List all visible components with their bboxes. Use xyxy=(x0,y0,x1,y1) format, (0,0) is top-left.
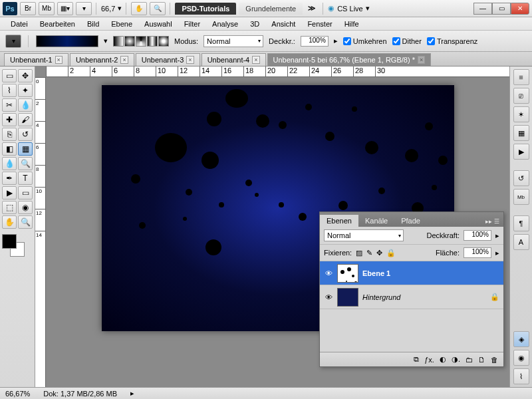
panel-collapse-icon[interactable]: ▸▸ ☰ xyxy=(481,216,503,227)
gradient-preview[interactable] xyxy=(36,35,98,47)
menu-analyse[interactable]: Analyse xyxy=(207,19,243,29)
minibridge-button[interactable]: Mb xyxy=(39,2,55,15)
workspace-more[interactable]: ≫ xyxy=(305,4,319,13)
lock-transparency-icon[interactable]: ▨ xyxy=(356,249,362,257)
adjustment-icon[interactable]: ◑. xyxy=(452,355,460,364)
lock-all-icon[interactable]: 🔒 xyxy=(386,249,396,257)
menu-bearbeiten[interactable]: Bearbeiten xyxy=(35,19,80,29)
eyedropper-tool[interactable]: 💧 xyxy=(18,98,33,112)
layer-row[interactable]: 👁 Hintergrund 🔒 xyxy=(320,285,503,309)
lock-brush-icon[interactable]: ✎ xyxy=(366,249,372,257)
menu-ebene[interactable]: Ebene xyxy=(106,19,138,29)
crop-tool[interactable]: ✂ xyxy=(2,98,17,112)
shape-tool[interactable]: ▭ xyxy=(18,186,33,200)
wand-tool[interactable]: ✦ xyxy=(18,84,33,97)
cslive-button[interactable]: CS Live xyxy=(337,5,363,13)
layer-name[interactable]: Ebene 1 xyxy=(362,269,390,277)
diamond-gradient-icon[interactable] xyxy=(158,36,169,47)
blur-tool[interactable]: 💧 xyxy=(2,157,17,170)
heal-tool[interactable]: ✚ xyxy=(2,113,17,126)
visibility-icon[interactable]: 👁 xyxy=(324,293,333,301)
bridge-button[interactable]: Br xyxy=(20,2,36,15)
status-doc[interactable]: Dok: 1,37 MB/2,86 MB xyxy=(43,390,117,398)
menu-ansicht[interactable]: Ansicht xyxy=(266,19,301,29)
color-swatches[interactable] xyxy=(2,234,26,258)
zoom-level[interactable]: 66,7 xyxy=(101,5,115,13)
panel-icon[interactable]: ▦ xyxy=(513,125,529,141)
menu-fenster[interactable]: Fenster xyxy=(302,19,337,29)
layer-blend-dropdown[interactable]: Normal xyxy=(324,229,404,241)
brush-tool[interactable]: 🖌 xyxy=(18,113,33,126)
tab-pfade[interactable]: Pfade xyxy=(394,215,427,227)
new-layer-icon[interactable]: 🗋 xyxy=(478,356,485,364)
path-select-tool[interactable]: ▶ xyxy=(2,186,17,200)
menu-auswahl[interactable]: Auswahl xyxy=(139,19,178,29)
close-icon[interactable]: × xyxy=(120,56,128,64)
transparency-check[interactable]: Transparenz xyxy=(427,37,477,45)
pen-tool[interactable]: ✒ xyxy=(2,172,17,185)
group-icon[interactable]: 🗀 xyxy=(466,356,473,364)
arrange-button[interactable]: ▦▾ xyxy=(57,2,73,15)
close-icon[interactable]: × xyxy=(186,56,194,64)
panel-icon[interactable]: A xyxy=(513,234,529,250)
radial-gradient-icon[interactable] xyxy=(124,36,135,47)
layers-panel[interactable]: Ebenen Kanäle Pfade ▸▸ ☰ Normal Deckkraf… xyxy=(319,211,504,367)
layer-opacity-input[interactable]: 100% xyxy=(464,230,491,241)
fill-input[interactable]: 100% xyxy=(464,247,491,258)
ruler-horizontal[interactable]: 24681012141618202224262830 xyxy=(46,66,509,77)
close-icon[interactable]: × xyxy=(55,56,63,64)
ruler-vertical[interactable]: 02468101214 xyxy=(35,77,46,387)
panel-icon[interactable]: ✶ xyxy=(513,106,529,122)
zoom-tool[interactable]: 🔍 xyxy=(18,215,33,229)
stamp-tool[interactable]: ⎘ xyxy=(2,128,17,141)
doctab-4[interactable]: Unbenannt-4× xyxy=(201,53,266,66)
history-brush-tool[interactable]: ↺ xyxy=(18,128,33,141)
workspace-tab[interactable]: Grundelemente xyxy=(239,3,303,15)
status-zoom[interactable]: 66,67% xyxy=(5,390,30,398)
angle-gradient-icon[interactable] xyxy=(136,36,146,47)
panel-icon[interactable]: ⎚ xyxy=(513,88,529,104)
zoom-button[interactable]: 🔍 xyxy=(150,2,166,15)
layers-panel-icon[interactable]: ◈ xyxy=(513,331,529,347)
foreground-swatch[interactable] xyxy=(2,234,17,249)
gradient-tool[interactable]: ▦ xyxy=(18,142,33,156)
menu-datei[interactable]: Datei xyxy=(5,19,33,29)
doctab-3[interactable]: Unbenannt-3× xyxy=(136,53,200,66)
marquee-tool[interactable]: ▭ xyxy=(2,69,17,82)
layer-thumbnail[interactable] xyxy=(337,288,358,307)
menu-filter[interactable]: Filter xyxy=(179,19,205,29)
paths-panel-icon[interactable]: ⌇ xyxy=(513,368,529,384)
eraser-tool[interactable]: ◧ xyxy=(2,142,17,156)
layer-name[interactable]: Hintergrund xyxy=(362,293,400,301)
doctab-1[interactable]: Unbenannt-1× xyxy=(4,53,68,66)
panel-icon[interactable]: ¶ xyxy=(513,215,529,231)
minimize-button[interactable]: — xyxy=(473,3,492,15)
lock-move-icon[interactable]: ✥ xyxy=(376,249,382,257)
close-button[interactable]: ✕ xyxy=(511,3,529,15)
3d-tool[interactable]: ⬚ xyxy=(2,201,17,214)
close-icon[interactable]: × xyxy=(252,56,259,64)
reflected-gradient-icon[interactable] xyxy=(147,36,158,47)
fx-icon[interactable]: ƒx. xyxy=(424,356,434,364)
workspace-tab-active[interactable]: PSD-Tutorials xyxy=(175,3,236,15)
reverse-check[interactable]: Umkehren xyxy=(343,37,387,45)
panel-icon[interactable]: Mb xyxy=(513,189,529,205)
hand-button[interactable]: ✋ xyxy=(131,2,147,15)
tool-preset[interactable]: ▾ xyxy=(5,35,21,48)
blend-mode-dropdown[interactable]: Normal xyxy=(203,35,263,47)
menu-bild[interactable]: Bild xyxy=(82,19,104,29)
menu-3d[interactable]: 3D xyxy=(245,19,265,29)
panel-icon[interactable]: ▶ xyxy=(513,144,529,160)
mask-icon[interactable]: ◐ xyxy=(440,355,446,364)
lasso-tool[interactable]: ⌇ xyxy=(2,84,17,97)
extras-button[interactable]: ▾ xyxy=(76,2,92,15)
layer-thumbnail[interactable] xyxy=(337,264,358,283)
tab-kanaele[interactable]: Kanäle xyxy=(358,215,394,227)
doctab-5-active[interactable]: Unbenannt-5 bei 66,7% (Ebene 1, RGB/8) *… xyxy=(267,53,432,66)
panel-icon[interactable]: ≡ xyxy=(513,69,529,85)
linear-gradient-icon[interactable] xyxy=(113,36,124,47)
3d-camera-tool[interactable]: ◉ xyxy=(18,201,33,214)
tab-ebenen[interactable]: Ebenen xyxy=(320,215,358,227)
dodge-tool[interactable]: 🔍 xyxy=(18,157,33,170)
close-icon[interactable]: × xyxy=(418,56,425,64)
